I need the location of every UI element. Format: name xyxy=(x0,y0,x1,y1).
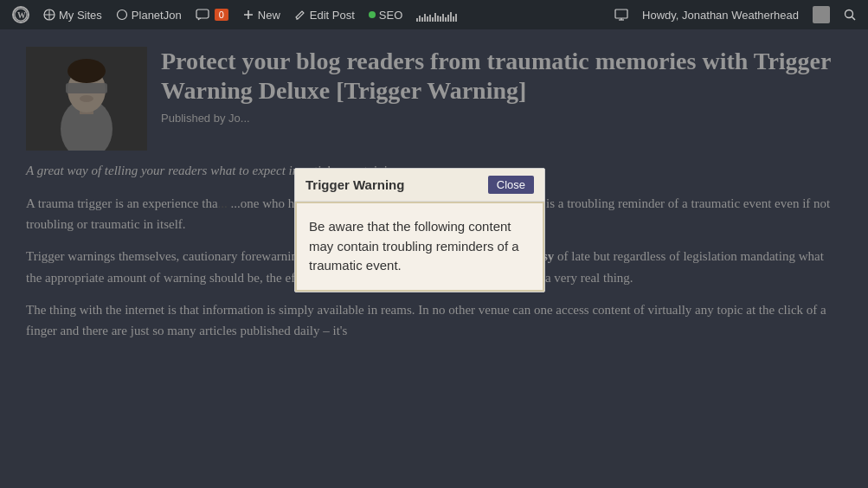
seo-label: SEO xyxy=(379,9,402,22)
my-sites-label: My Sites xyxy=(59,9,102,22)
svg-line-14 xyxy=(852,17,856,21)
svg-point-13 xyxy=(845,10,853,18)
comments-icon xyxy=(196,9,209,21)
new-content-button[interactable]: New xyxy=(235,0,287,29)
user-avatar-button[interactable] xyxy=(806,0,837,29)
modal-body: Be aware that the following content may … xyxy=(295,202,544,292)
my-sites-menu[interactable]: My Sites xyxy=(36,0,109,29)
modal-title: Trigger Warning xyxy=(305,177,404,192)
planet-jon-menu[interactable]: PlanetJon xyxy=(109,0,189,29)
planet-icon xyxy=(116,9,128,21)
svg-rect-6 xyxy=(196,10,209,18)
user-avatar xyxy=(813,6,830,23)
modal-close-button[interactable]: Close xyxy=(488,176,534,194)
stats-button[interactable] xyxy=(409,0,464,29)
plus-icon xyxy=(242,9,254,21)
edit-icon xyxy=(294,9,306,21)
svg-point-5 xyxy=(117,10,126,20)
svg-rect-10 xyxy=(615,10,627,18)
seo-button[interactable]: SEO xyxy=(362,0,409,29)
main-content: Protect your blog readers from traumatic… xyxy=(0,29,868,488)
wp-logo-icon: W xyxy=(12,6,29,23)
svg-text:W: W xyxy=(17,10,26,20)
screen-options-button[interactable] xyxy=(608,0,635,29)
planet-jon-label: PlanetJon xyxy=(132,9,182,22)
screen-icon xyxy=(614,9,628,21)
comment-count-badge: 0 xyxy=(215,9,228,21)
comments-button[interactable]: 0 xyxy=(189,0,235,29)
sites-icon xyxy=(43,9,55,21)
stats-chart-icon xyxy=(416,8,457,22)
search-button[interactable] xyxy=(837,0,863,29)
admin-bar-right: Howdy, Jonathan Weatherhead xyxy=(608,0,863,29)
modal-header: Trigger Warning Close xyxy=(295,169,544,202)
search-icon xyxy=(844,9,856,21)
seo-status-dot xyxy=(369,11,376,18)
trigger-warning-modal: Trigger Warning Close Be aware that the … xyxy=(294,168,545,292)
wp-logo-button[interactable]: W xyxy=(5,0,36,29)
edit-post-button[interactable]: Edit Post xyxy=(287,0,362,29)
edit-post-label: Edit Post xyxy=(310,9,355,22)
user-greeting[interactable]: Howdy, Jonathan Weatherhead xyxy=(635,0,806,29)
new-label: New xyxy=(258,9,280,22)
howdy-text: Howdy, Jonathan Weatherhead xyxy=(642,9,799,22)
admin-bar: W My Sites PlanetJon 0 New Edit Post SEO xyxy=(0,0,868,29)
